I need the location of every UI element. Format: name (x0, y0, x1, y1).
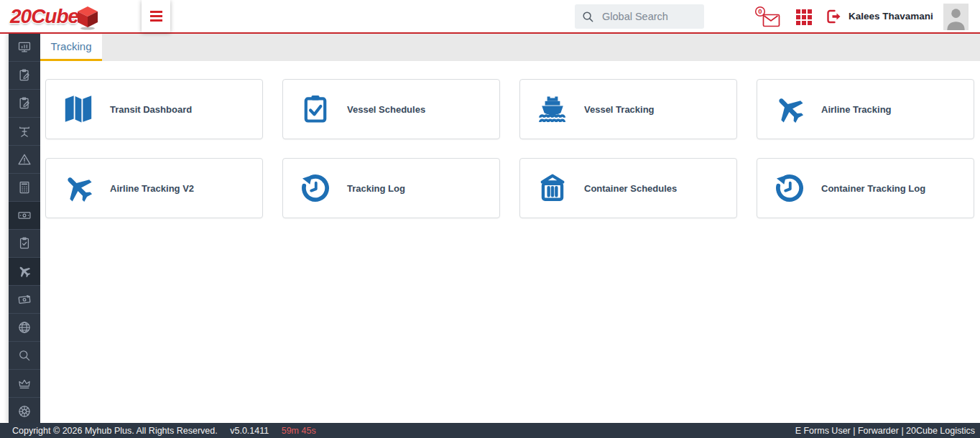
ship-icon (535, 91, 570, 127)
sidebar-item-tasks[interactable] (9, 229, 40, 257)
card-label: Container Schedules (584, 183, 677, 194)
global-search (575, 4, 704, 29)
map-icon (60, 91, 96, 127)
sidebar-item-port[interactable] (9, 117, 40, 145)
footer-right: E Forms User | Forwarder | 20Cube Logist… (795, 426, 975, 436)
logo-text: 20Cube (10, 5, 78, 28)
card-row-2: Airline Tracking V2 Tracking Log Con (45, 158, 980, 218)
mail-icon: 0 (753, 5, 782, 29)
card-transit-dashboard[interactable]: Transit Dashboard (45, 79, 263, 139)
footer-left: Copyright © 2026 Myhub Plus. All Rights … (12, 426, 316, 436)
mail-badge: 0 (758, 7, 762, 15)
card-container-schedules[interactable]: Container Schedules (519, 158, 737, 218)
menu-toggle-button[interactable] (142, 0, 170, 32)
apps-grid-button[interactable] (796, 9, 812, 25)
plane-icon (60, 170, 96, 206)
sidebar-item-premium[interactable] (9, 369, 40, 397)
sidebar-item-forms[interactable] (9, 61, 40, 89)
header: 20Cube 0 (0, 0, 980, 34)
clipboard-check-icon (17, 236, 32, 251)
search-icon (17, 348, 32, 363)
avatar[interactable] (943, 4, 969, 30)
history-icon (297, 170, 333, 206)
clipboard-edit-icon (17, 68, 32, 83)
search-input[interactable] (601, 10, 697, 23)
sidebar-item-tracking[interactable] (9, 257, 40, 285)
footer: Copyright © 2026 Myhub Plus. All Rights … (0, 423, 980, 438)
tab-label: Tracking (51, 40, 92, 52)
card-tracking-log[interactable]: Tracking Log (282, 158, 500, 218)
sidebar (9, 34, 40, 423)
tab-tracking[interactable]: Tracking (40, 34, 102, 61)
warning-triangle-icon (17, 152, 32, 167)
sidebar-item-alerts[interactable] (9, 145, 40, 173)
avatar-icon (943, 4, 969, 30)
card-label: Airline Tracking V2 (110, 183, 194, 194)
card-row-1: Transit Dashboard Vessel Schedules (45, 79, 980, 139)
sidebar-item-payments[interactable] (9, 201, 40, 229)
sidebar-item-invoices[interactable] (9, 285, 40, 313)
clipboard-edit-2-icon (17, 96, 32, 111)
sidebar-item-dashboard[interactable] (9, 34, 40, 61)
grid-icon (796, 9, 812, 25)
sidebar-item-forms-2[interactable] (9, 89, 40, 117)
card-airline-tracking[interactable]: Airline Tracking (757, 79, 974, 139)
calculator-icon (17, 180, 32, 195)
card-vessel-tracking[interactable]: Vessel Tracking (519, 79, 737, 139)
logout-button[interactable] (825, 8, 842, 27)
invoice-money-icon (17, 292, 32, 307)
port-crane-icon (17, 124, 32, 139)
banknote-icon (17, 208, 32, 223)
sidebar-item-settings[interactable] (9, 397, 40, 425)
main-content: Transit Dashboard Vessel Schedules (40, 61, 980, 423)
cube-icon (77, 6, 100, 30)
copyright-text: Copyright © 2026 Myhub Plus. All Rights … (12, 426, 218, 436)
mail-button[interactable]: 0 (753, 5, 782, 32)
plane-icon (772, 91, 808, 127)
card-label: Vessel Tracking (584, 104, 655, 115)
logout-icon (825, 8, 842, 25)
dashboard-monitor-icon (17, 40, 32, 55)
card-label: Container Tracking Log (821, 183, 925, 194)
card-container-tracking-log[interactable]: Container Tracking Log (757, 158, 974, 218)
tab-bar: Tracking (40, 34, 980, 61)
user-name[interactable]: Kalees Thavamani (849, 0, 933, 32)
logo[interactable]: 20Cube (10, 3, 100, 30)
session-timer: 59m 45s (282, 426, 316, 436)
globe-icon (17, 320, 32, 335)
card-label: Tracking Log (347, 183, 405, 194)
card-vessel-schedules[interactable]: Vessel Schedules (282, 79, 500, 139)
plane-icon (17, 264, 32, 279)
card-label: Airline Tracking (821, 104, 892, 115)
card-airline-tracking-v2[interactable]: Airline Tracking V2 (45, 158, 263, 218)
hamburger-icon (150, 11, 162, 13)
container-icon (535, 170, 570, 206)
sidebar-item-search[interactable] (9, 341, 40, 369)
card-label: Transit Dashboard (110, 104, 192, 115)
sidebar-item-calculator[interactable] (9, 173, 40, 201)
wheel-icon (17, 404, 32, 419)
history-icon (772, 170, 808, 206)
search-icon (582, 10, 593, 23)
clipboard-check-icon (297, 91, 333, 127)
card-label: Vessel Schedules (347, 104, 425, 115)
sidebar-item-global[interactable] (9, 313, 40, 341)
crown-icon (17, 376, 32, 391)
version-text: v5.0.1411 (230, 426, 269, 436)
